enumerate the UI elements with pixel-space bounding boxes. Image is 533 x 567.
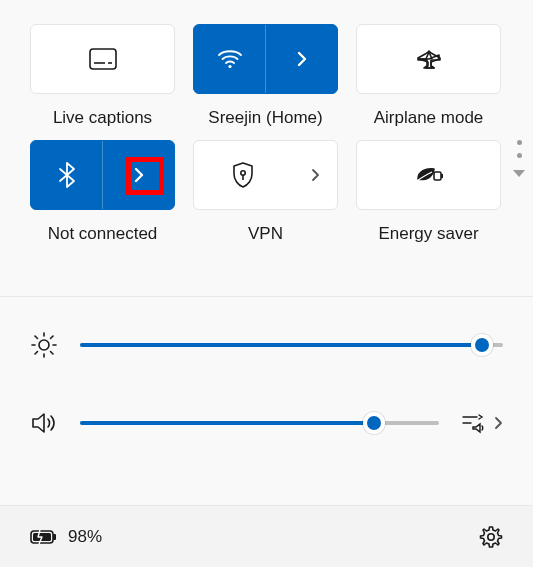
wifi-tile[interactable] [193,24,338,94]
captions-icon [89,48,117,70]
sliders-section [0,296,533,465]
brightness-fill [80,343,482,347]
svg-rect-0 [90,49,116,69]
vpn-toggle[interactable] [194,141,292,209]
bluetooth-label: Not connected [48,224,158,244]
volume-output-selector[interactable] [461,412,503,434]
brightness-slider[interactable] [80,343,503,347]
svg-line-14 [51,352,54,355]
svg-point-8 [39,340,49,350]
vpn-expand[interactable] [292,141,337,209]
chevron-right-icon [310,168,320,182]
chevron-right-icon [295,50,309,68]
dot-icon [517,140,522,145]
tile-group-wifi: Sreejin (Home) [193,24,338,128]
battery-status[interactable]: 98% [30,527,102,547]
chevron-right-icon [132,166,146,184]
battery-icon [30,528,58,546]
volume-slider[interactable] [80,421,439,425]
bluetooth-tile[interactable] [30,140,175,210]
energy-saver-tile[interactable] [356,140,501,210]
chevron-right-icon [493,416,503,430]
airplane-tile[interactable] [356,24,501,94]
wifi-label: Sreejin (Home) [208,108,322,128]
tile-group-vpn: VPN [193,140,338,244]
wifi-expand[interactable] [265,25,337,93]
svg-line-13 [35,336,38,339]
svg-line-16 [51,336,54,339]
tile-group-airplane: Airplane mode [356,24,501,128]
dot-icon [517,153,522,158]
svg-point-3 [228,65,231,68]
tiles-grid: Live captions Sreej [30,24,503,244]
page-indicator[interactable] [513,140,525,177]
airplane-icon [416,48,442,70]
brightness-thumb[interactable] [471,334,493,356]
svg-rect-6 [434,172,441,180]
volume-fill [80,421,374,425]
volume-icon [30,411,58,435]
brightness-icon [30,331,58,359]
svg-rect-7 [441,174,443,178]
svg-point-22 [488,533,494,539]
bluetooth-toggle[interactable] [31,141,102,209]
leaf-battery-icon [414,165,444,185]
svg-line-15 [35,352,38,355]
tile-group-live-captions: Live captions [30,24,175,128]
svg-rect-20 [53,534,56,540]
wifi-icon [217,49,243,69]
vpn-tile[interactable] [193,140,338,210]
footer-bar: 98% [0,505,533,567]
settings-button[interactable] [479,525,503,549]
airplane-label: Airplane mode [374,108,484,128]
energy-saver-label: Energy saver [378,224,478,244]
svg-point-4 [241,171,245,175]
tile-group-bluetooth: Not connected [30,140,175,244]
gear-icon [479,525,503,549]
vpn-label: VPN [248,224,283,244]
tile-group-energy-saver: Energy saver [356,140,501,244]
live-captions-tile[interactable] [30,24,175,94]
bluetooth-icon [59,162,75,188]
volume-row [30,411,503,435]
shield-key-icon [232,162,254,188]
caret-down-icon [513,170,525,177]
brightness-row [30,331,503,359]
live-captions-label: Live captions [53,108,152,128]
battery-text: 98% [68,527,102,547]
bluetooth-expand[interactable] [102,141,174,209]
audio-output-icon [461,412,485,434]
quick-settings-panel: Live captions Sreej [0,0,533,244]
wifi-toggle[interactable] [194,25,265,93]
volume-thumb[interactable] [363,412,385,434]
